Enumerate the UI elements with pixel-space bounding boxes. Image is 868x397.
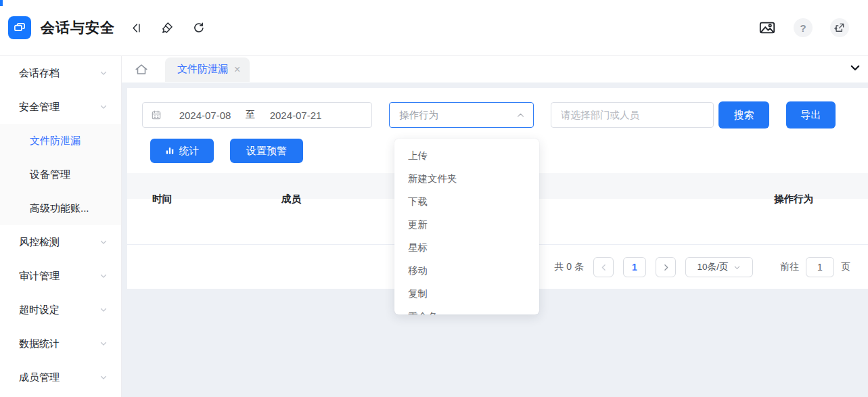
sidebar-item-label: 设备管理	[30, 168, 70, 181]
sidebar-item-device-mgmt[interactable]: 设备管理	[0, 158, 121, 191]
stats-button[interactable]: 统计	[150, 139, 214, 163]
date-to-label: 至	[242, 109, 259, 121]
sidebar-item-risk-detect[interactable]: 风控检测	[0, 225, 121, 259]
app-logo	[8, 16, 31, 39]
search-button[interactable]: 搜索	[718, 101, 769, 129]
member-select-input[interactable]	[551, 102, 714, 128]
help-glyph: ?	[800, 22, 806, 34]
refresh-icon[interactable]	[189, 19, 207, 37]
page-size-value: 10条/页	[698, 261, 729, 273]
chat-logo-icon	[13, 21, 26, 34]
dropdown-option-new-folder[interactable]: 新建文件夹	[394, 167, 539, 190]
sidebar-item-label: 会话存档	[19, 67, 99, 80]
dropdown-option-update[interactable]: 更新	[394, 213, 539, 236]
goto-page-input[interactable]	[806, 257, 834, 277]
export-button[interactable]: 导出	[786, 101, 836, 129]
total-count-label: 共 0 条	[554, 261, 584, 273]
dropdown-option-star[interactable]: 星标	[394, 236, 539, 259]
header-right-actions: ?	[758, 18, 849, 37]
page-unit-label: 页	[841, 261, 850, 273]
dropdown-option-upload[interactable]: 上传	[394, 144, 539, 167]
home-icon[interactable]	[134, 62, 149, 77]
chevron-down-icon	[99, 272, 108, 280]
calendar-icon	[151, 110, 162, 120]
sidebar-item-label: 高级功能账...	[30, 202, 89, 215]
dropdown-option-download[interactable]: 下载	[394, 190, 539, 213]
tab-label: 文件防泄漏	[177, 63, 228, 76]
chevron-down-icon	[99, 69, 108, 77]
bar-chart-icon	[165, 146, 175, 156]
corner-accent	[0, 0, 3, 6]
sidebar-item-advanced-account[interactable]: 高级功能账...	[0, 191, 121, 225]
action-type-select[interactable]: 操作行为	[389, 102, 534, 128]
goto-label: 前往	[780, 261, 799, 273]
dropdown-option-move[interactable]: 移动	[394, 259, 539, 282]
page-title: 会话与安全	[41, 18, 115, 37]
set-alert-button[interactable]: 设置预警	[230, 139, 303, 163]
date-range-picker[interactable]: 至	[142, 102, 372, 128]
sidebar-item-label: 数据统计	[19, 337, 99, 350]
tabs-chevron-down-icon[interactable]	[849, 62, 861, 74]
sidebar-item-data-stats[interactable]: 数据统计	[0, 327, 121, 360]
dropdown-option-list: 上传 新建文件夹 下载 更新 星标 移动 复制 重命名	[394, 139, 539, 314]
sidebar-item-session-archive[interactable]: 会话存档	[0, 56, 121, 90]
sidebar-item-label: 风控检测	[19, 236, 99, 249]
gallery-icon[interactable]	[758, 19, 776, 37]
filter-row: 至 操作行为 搜索 导出	[127, 88, 868, 129]
security-submenu: 文件防泄漏 设备管理 高级功能账...	[0, 124, 121, 225]
action-type-dropdown: 上传 新建文件夹 下载 更新 星标 移动 复制 重命名	[394, 139, 539, 314]
content-area: 至 操作行为 搜索 导出	[122, 83, 868, 397]
sidebar: 会话存档 安全管理 文件防泄漏 设备管理 高级功能账... 风控检测	[0, 56, 122, 397]
next-page-button[interactable]	[656, 257, 676, 277]
column-header-action: 操作行为	[709, 193, 868, 206]
action-select-placeholder: 操作行为	[399, 109, 438, 122]
chevron-up-icon	[516, 111, 525, 120]
help-icon[interactable]: ?	[794, 18, 813, 37]
tab-file-dlp[interactable]: 文件防泄漏 ×	[165, 57, 250, 82]
current-page-button[interactable]: 1	[623, 257, 646, 277]
tab-bar: 文件防泄漏 ×	[122, 56, 868, 83]
clear-brush-icon[interactable]	[158, 19, 176, 37]
chevron-down-icon	[733, 264, 741, 271]
goto-page-group: 前往 页	[780, 257, 850, 277]
sidebar-item-label: 超时设定	[19, 304, 99, 317]
sidebar-item-label: 文件防泄漏	[30, 135, 81, 147]
chevron-down-icon	[99, 238, 108, 246]
chevron-down-icon	[99, 373, 108, 381]
page-size-select[interactable]: 10条/页	[685, 257, 753, 277]
stats-button-label: 统计	[179, 145, 200, 158]
collapse-sidebar-icon[interactable]	[127, 19, 145, 37]
chevron-down-icon	[99, 103, 108, 111]
date-start-input[interactable]	[168, 110, 242, 121]
sidebar-item-file-dlp[interactable]: 文件防泄漏	[0, 124, 121, 158]
sidebar-item-security-mgmt[interactable]: 安全管理	[0, 90, 121, 124]
sidebar-item-label: 安全管理	[19, 101, 99, 114]
exit-app-icon[interactable]	[830, 18, 849, 37]
dropdown-option-copy[interactable]: 复制	[394, 282, 539, 305]
sidebar-item-timeout[interactable]: 超时设定	[0, 293, 121, 327]
sidebar-item-member-mgmt[interactable]: 成员管理	[0, 360, 121, 394]
date-end-input[interactable]	[259, 110, 332, 121]
chevron-down-icon	[99, 306, 108, 314]
sidebar-item-audit-mgmt[interactable]: 审计管理	[0, 259, 121, 293]
sidebar-item-label: 审计管理	[19, 270, 99, 283]
chevron-down-icon	[99, 340, 108, 348]
app-header: 会话与安全 ?	[0, 0, 868, 56]
current-page-number: 1	[632, 262, 637, 273]
column-header-time: 时间	[127, 193, 262, 206]
sidebar-item-label: 成员管理	[19, 371, 99, 384]
prev-page-button[interactable]	[593, 257, 614, 277]
dropdown-option-rename[interactable]: 重命名	[394, 305, 539, 314]
close-icon[interactable]: ×	[234, 64, 240, 76]
